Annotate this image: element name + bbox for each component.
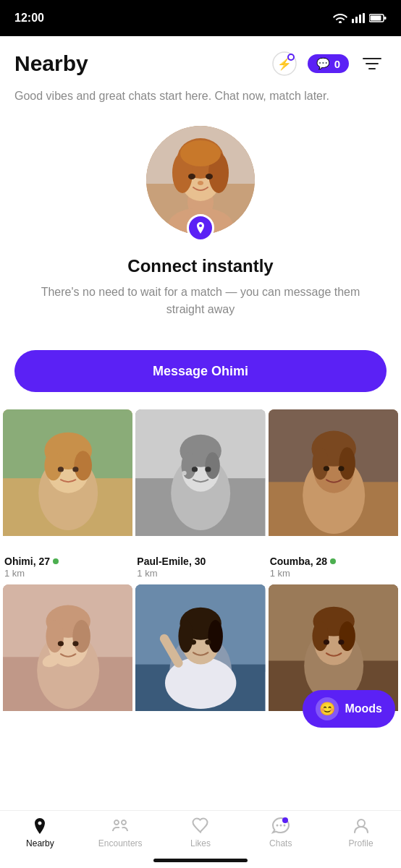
svg-rect-2	[355, 17, 358, 23]
svg-point-47	[192, 467, 198, 472]
svg-point-59	[338, 467, 344, 472]
svg-point-57	[339, 448, 355, 480]
nearby-nav-label: Nearby	[26, 838, 54, 848]
svg-point-89	[312, 621, 329, 651]
paul-emile-name: Paul-Emile, 30	[137, 556, 263, 567]
svg-point-27	[206, 174, 213, 179]
paul-emile-distance: 1 km	[137, 568, 263, 579]
nearby-nav-icon	[30, 817, 49, 835]
nav-item-likes[interactable]: Likes	[161, 817, 241, 848]
ohimi-distance: 1 km	[4, 568, 131, 579]
grid-item-paul-emile[interactable]: Paul-Emile, 30 1 km	[135, 409, 265, 584]
svg-point-58	[323, 467, 329, 472]
person6-info	[269, 727, 398, 736]
chat-icon: 💬	[316, 57, 330, 70]
svg-point-35	[44, 451, 62, 481]
svg-point-68	[58, 641, 64, 646]
svg-rect-6	[371, 16, 381, 21]
svg-point-26	[188, 174, 195, 179]
chat-badge-count: 0	[334, 58, 340, 70]
svg-point-92	[338, 639, 344, 644]
nav-item-profile[interactable]: Profile	[321, 817, 401, 848]
paul-emile-info: Paul-Emile, 30 1 km	[135, 553, 265, 584]
profile-nav-label: Profile	[349, 838, 373, 848]
svg-point-36	[74, 451, 92, 481]
status-bar: 12:00	[0, 0, 401, 36]
moods-icon: 😊	[316, 697, 339, 720]
svg-rect-3	[359, 14, 361, 23]
person5-photo	[135, 584, 265, 727]
header-actions: ⚡ 💬 0	[270, 49, 387, 78]
ohimi-name: Ohimi, 27	[4, 556, 131, 567]
person4-photo	[3, 584, 132, 727]
nav-item-chats[interactable]: Chats	[240, 817, 321, 848]
chats-nav-label: Chats	[269, 838, 292, 848]
svg-point-37	[58, 467, 64, 472]
coumba-photo	[269, 409, 398, 552]
home-indicator	[153, 859, 248, 862]
svg-point-78	[179, 620, 193, 652]
signal-icon	[352, 13, 365, 23]
svg-rect-4	[363, 13, 365, 23]
online-indicator	[53, 558, 59, 564]
svg-point-81	[190, 639, 196, 644]
connect-description: There's no need to wait for a match — yo…	[14, 284, 387, 318]
svg-point-82	[206, 639, 211, 644]
encounters-nav-label: Encounters	[98, 838, 143, 848]
filter-button[interactable]	[358, 49, 387, 78]
svg-point-66	[46, 620, 64, 652]
boost-button[interactable]: ⚡	[270, 49, 299, 78]
svg-point-56	[312, 448, 329, 480]
svg-point-25	[180, 140, 221, 166]
grid-item-ohimi[interactable]: Ohimi, 27 1 km	[3, 409, 132, 584]
moods-button[interactable]: 😊 Moods	[303, 690, 395, 728]
svg-point-28	[198, 181, 203, 185]
message-ohimi-button[interactable]: Message Ohimi	[14, 350, 387, 392]
svg-point-67	[72, 620, 90, 652]
svg-point-79	[208, 620, 223, 652]
nav-item-encounters[interactable]: Encounters	[80, 817, 161, 848]
wifi-icon	[333, 13, 347, 23]
profile-nav-icon	[352, 817, 371, 835]
person4-info	[3, 727, 132, 736]
paul-emile-photo	[135, 409, 265, 552]
encounters-nav-icon	[111, 817, 130, 835]
grid-item-4[interactable]	[3, 584, 132, 736]
subtitle: Good vibes and great chats start here. C…	[0, 85, 401, 119]
battery-icon	[369, 14, 387, 22]
svg-point-48	[206, 467, 211, 472]
svg-point-11	[289, 55, 293, 59]
svg-point-91	[323, 639, 329, 644]
nearby-grid: Ohimi, 27 1 km	[0, 409, 401, 584]
online-indicator-coumba	[330, 558, 336, 564]
likes-nav-icon	[191, 817, 210, 835]
svg-point-38	[72, 467, 78, 472]
coumba-name: Coumba, 28	[270, 556, 397, 567]
ohimi-photo	[3, 409, 132, 552]
svg-point-69	[72, 641, 78, 646]
grid-item-5[interactable]	[135, 584, 265, 736]
svg-point-94	[279, 825, 282, 827]
coumba-distance: 1 km	[270, 568, 397, 579]
profile-section: Connect instantly There's no need to wai…	[0, 119, 401, 333]
svg-rect-7	[384, 17, 387, 20]
person5-info	[135, 727, 265, 736]
svg-point-49	[182, 471, 187, 475]
svg-point-46	[206, 453, 220, 480]
chat-badge-button[interactable]: 💬 0	[308, 54, 349, 73]
coumba-info: Coumba, 28 1 km	[269, 553, 398, 584]
featured-profile-avatar[interactable]	[146, 126, 255, 234]
svg-point-95	[283, 825, 285, 827]
svg-point-93	[276, 825, 278, 827]
nav-item-nearby[interactable]: Nearby	[0, 817, 80, 848]
location-pin-icon	[187, 214, 214, 242]
chats-nav-icon	[271, 817, 290, 835]
likes-nav-label: Likes	[190, 838, 211, 848]
svg-point-90	[339, 621, 355, 651]
connect-title: Connect instantly	[127, 256, 273, 276]
svg-point-0	[339, 21, 342, 23]
page-title: Nearby	[14, 51, 88, 76]
svg-point-96	[282, 817, 288, 823]
status-time: 12:00	[14, 12, 44, 25]
grid-item-coumba[interactable]: Coumba, 28 1 km	[269, 409, 398, 584]
